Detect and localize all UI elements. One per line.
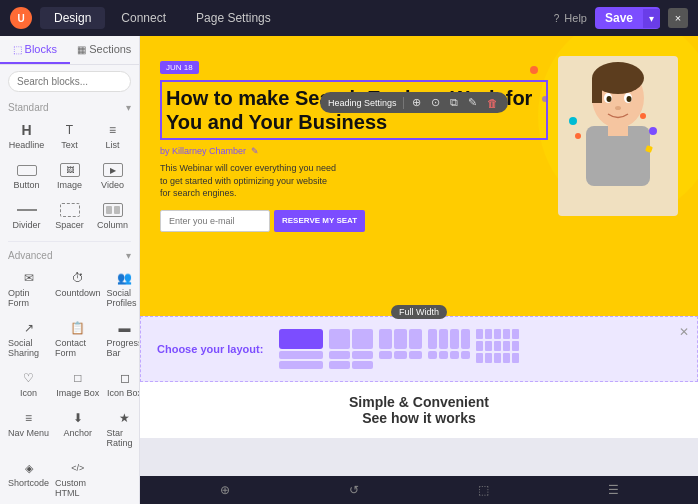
block-divider[interactable]: Divider	[6, 197, 47, 235]
bottom-subtitle: See how it works	[152, 410, 686, 426]
layout-3col[interactable]	[379, 329, 422, 369]
save-dropdown-arrow[interactable]: ▾	[643, 9, 660, 28]
image-box-icon: □	[67, 370, 89, 386]
block-custom-html[interactable]: </> Custom HTML	[53, 455, 103, 503]
text-icon: T	[59, 122, 81, 138]
layout-options	[279, 329, 519, 369]
block-list[interactable]: ≡ List	[92, 117, 133, 155]
layout-full-width[interactable]	[279, 329, 323, 369]
custom-html-icon: </>	[67, 460, 89, 476]
top-nav: U Design Connect Page Settings ? Help Sa…	[0, 0, 698, 36]
svg-point-14	[569, 117, 577, 125]
icon-box-icon: ◻	[114, 370, 136, 386]
bottom-section: Simple & Convenient See how it works	[140, 382, 698, 438]
block-headline[interactable]: H Headline	[6, 117, 47, 155]
block-social-sharing[interactable]: ↗ Social Sharing	[6, 315, 51, 363]
standard-blocks-grid: H Headline T Text ≡ List Button 🖼	[0, 115, 139, 237]
tab-page-settings[interactable]: Page Settings	[182, 7, 285, 29]
block-contact-form[interactable]: 📋 Contact Form	[53, 315, 103, 363]
bottom-tool-2[interactable]: ↺	[341, 479, 367, 501]
block-optin-form[interactable]: ✉ Optin Form	[6, 265, 51, 313]
nav-right: ? Help Save ▾ ×	[554, 7, 688, 29]
bottom-title: Simple & Convenient	[152, 394, 686, 410]
hero-tag: JUN 18	[160, 61, 199, 74]
block-icon-box[interactable]: ◻ Icon Box	[105, 365, 140, 403]
toolbar-edit-btn[interactable]: ✎	[466, 95, 479, 110]
block-image[interactable]: 🖼 Image	[49, 157, 90, 195]
block-progress-bar[interactable]: ▬ Progress Bar	[105, 315, 140, 363]
block-shortcode[interactable]: ◈ Shortcode	[6, 455, 51, 503]
list-icon: ≡	[102, 122, 124, 138]
toolbar-duplicate-btn[interactable]: ⧉	[448, 95, 460, 110]
heading-toolbar-label: Heading Settings	[328, 98, 397, 108]
layout-picker: Full Width Choose your layout:	[140, 316, 698, 382]
spacer-icon	[59, 202, 81, 218]
toolbar-settings-btn[interactable]: ⊙	[429, 95, 442, 110]
anchor-icon: ⬇	[67, 410, 89, 426]
advanced-section-label: Advanced ▾	[0, 246, 139, 263]
hero-section: JUN 18 How to make Search Engines Work f…	[140, 36, 698, 316]
headline-icon: H	[16, 122, 38, 138]
countdown-icon: ⏱	[67, 270, 89, 286]
bottom-tool-1[interactable]: ⊕	[212, 479, 238, 501]
block-text[interactable]: T Text	[49, 117, 90, 155]
reserve-button[interactable]: RESERVE MY SEAT	[274, 210, 365, 232]
help-label: Help	[564, 12, 587, 24]
svg-point-10	[615, 106, 621, 110]
block-star-rating[interactable]: ★ Star Rating	[105, 405, 140, 453]
logo: U	[10, 7, 32, 29]
column-icon	[102, 202, 124, 218]
svg-point-13	[575, 133, 581, 139]
block-button[interactable]: Button	[6, 157, 47, 195]
sidebar-tabs: ⬚ Blocks ▦ Sections	[0, 36, 139, 65]
block-spacer[interactable]: Spacer	[49, 197, 90, 235]
progress-bar-icon: ▬	[114, 320, 136, 336]
close-button[interactable]: ×	[668, 8, 688, 28]
tab-design[interactable]: Design	[40, 7, 105, 29]
block-icon[interactable]: ♡ Icon	[6, 365, 51, 403]
toolbar-add-btn[interactable]: ⊕	[410, 95, 423, 110]
tab-connect[interactable]: Connect	[107, 7, 180, 29]
bottom-tool-3[interactable]: ⬚	[470, 479, 497, 501]
layout-close-button[interactable]: ✕	[679, 325, 689, 339]
svg-rect-3	[592, 78, 602, 103]
block-anchor[interactable]: ⬇ Anchor	[53, 405, 103, 453]
svg-point-9	[627, 96, 632, 102]
email-input[interactable]	[160, 210, 270, 232]
sidebar-divider	[8, 241, 131, 242]
hero-text: JUN 18 How to make Search Engines Work f…	[160, 56, 548, 232]
layout-4col[interactable]	[428, 329, 470, 369]
bottom-toolbar: ⊕ ↺ ⬚ ☰	[140, 476, 698, 504]
sidebar-tab-blocks[interactable]: ⬚ Blocks	[0, 36, 70, 64]
video-icon: ▶	[102, 162, 124, 178]
search-input[interactable]	[8, 71, 131, 92]
bottom-tool-4[interactable]: ☰	[600, 479, 627, 501]
block-image-box[interactable]: □ Image Box	[53, 365, 103, 403]
svg-point-8	[607, 96, 612, 102]
sidebar-tab-sections[interactable]: ▦ Sections	[70, 36, 140, 64]
canvas-area: Heading Settings ⊕ ⊙ ⧉ ✎ 🗑 JUN 18 How	[140, 36, 698, 504]
social-profiles-icon: 👥	[114, 270, 136, 286]
block-column[interactable]: Column	[92, 197, 133, 235]
block-nav-menu[interactable]: ≡ Nav Menu	[6, 405, 51, 453]
divider-icon	[16, 202, 38, 218]
help-button[interactable]: ? Help	[554, 12, 587, 24]
nav-menu-icon: ≡	[18, 410, 40, 426]
hero-image	[558, 56, 678, 216]
layout-multi[interactable]	[476, 329, 519, 369]
svg-point-11	[640, 113, 646, 119]
button-icon	[16, 162, 38, 178]
hero-description: This Webinar will cover everything you n…	[160, 162, 340, 200]
sidebar: ⬚ Blocks ▦ Sections Standard ▾ H Headlin…	[0, 36, 140, 504]
nav-tabs: Design Connect Page Settings	[40, 7, 285, 29]
block-social-profiles[interactable]: 👥 Social Profiles	[105, 265, 140, 313]
toolbar-delete-btn[interactable]: 🗑	[485, 96, 500, 110]
block-countdown[interactable]: ⏱ Countdown	[53, 265, 103, 313]
layout-picker-inner: Choose your layout:	[157, 329, 681, 369]
layout-2col[interactable]	[329, 329, 373, 369]
block-video[interactable]: ▶ Video	[92, 157, 133, 195]
contact-form-icon: 📋	[67, 320, 89, 336]
save-button[interactable]: Save ▾	[595, 7, 660, 29]
sidebar-search-container	[0, 65, 139, 98]
hero-inner: JUN 18 How to make Search Engines Work f…	[160, 56, 678, 232]
